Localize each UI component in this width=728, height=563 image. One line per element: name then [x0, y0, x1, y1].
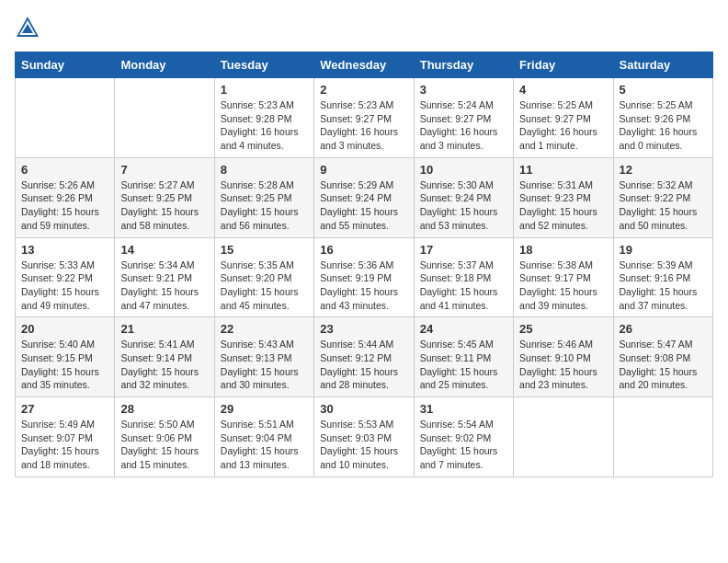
day-detail: Sunrise: 5:30 AM Sunset: 9:24 PM Dayligh…	[420, 178, 507, 233]
day-number: 14	[120, 243, 208, 257]
calendar-day-header: Wednesday	[314, 52, 414, 78]
calendar-cell: 30Sunrise: 5:53 AM Sunset: 9:03 PM Dayli…	[314, 397, 414, 477]
day-detail: Sunrise: 5:54 AM Sunset: 9:02 PM Dayligh…	[420, 418, 507, 472]
calendar-cell: 27Sunrise: 5:49 AM Sunset: 9:07 PM Dayli…	[16, 397, 115, 477]
day-number: 27	[21, 402, 108, 416]
day-detail: Sunrise: 5:49 AM Sunset: 9:07 PM Dayligh…	[21, 418, 108, 472]
calendar-cell	[514, 397, 613, 477]
calendar-day-header: Tuesday	[214, 52, 313, 78]
day-detail: Sunrise: 5:31 AM Sunset: 9:23 PM Dayligh…	[519, 178, 607, 233]
calendar-cell: 28Sunrise: 5:50 AM Sunset: 9:06 PM Dayli…	[115, 397, 214, 477]
calendar-cell: 10Sunrise: 5:30 AM Sunset: 9:24 PM Dayli…	[414, 157, 513, 237]
calendar-cell: 20Sunrise: 5:40 AM Sunset: 9:15 PM Dayli…	[16, 317, 115, 397]
day-number: 16	[320, 243, 407, 257]
day-detail: Sunrise: 5:53 AM Sunset: 9:03 PM Dayligh…	[320, 418, 407, 472]
day-number: 13	[21, 243, 108, 257]
calendar-cell: 18Sunrise: 5:38 AM Sunset: 9:17 PM Dayli…	[514, 237, 613, 317]
calendar-cell: 25Sunrise: 5:46 AM Sunset: 9:10 PM Dayli…	[514, 317, 613, 397]
day-number: 1	[221, 83, 308, 97]
day-number: 6	[21, 163, 108, 177]
calendar-cell: 23Sunrise: 5:44 AM Sunset: 9:12 PM Dayli…	[314, 317, 414, 397]
day-detail: Sunrise: 5:38 AM Sunset: 9:17 PM Dayligh…	[519, 259, 607, 313]
calendar-cell: 26Sunrise: 5:47 AM Sunset: 9:08 PM Dayli…	[613, 317, 712, 397]
calendar-cell	[613, 397, 712, 477]
calendar-cell: 3Sunrise: 5:24 AM Sunset: 9:27 PM Daylig…	[414, 78, 513, 158]
calendar-cell: 31Sunrise: 5:54 AM Sunset: 9:02 PM Dayli…	[414, 397, 513, 477]
calendar-header-row: SundayMondayTuesdayWednesdayThursdayFrid…	[16, 52, 713, 78]
day-number: 25	[519, 322, 607, 336]
day-detail: Sunrise: 5:23 AM Sunset: 9:28 PM Dayligh…	[221, 98, 308, 153]
day-detail: Sunrise: 5:51 AM Sunset: 9:04 PM Dayligh…	[221, 418, 308, 472]
day-number: 10	[420, 163, 507, 177]
day-detail: Sunrise: 5:37 AM Sunset: 9:18 PM Dayligh…	[420, 259, 507, 313]
calendar-cell: 4Sunrise: 5:25 AM Sunset: 9:27 PM Daylig…	[514, 78, 613, 158]
day-number: 26	[620, 322, 707, 336]
calendar-day-header: Thursday	[414, 52, 513, 78]
day-detail: Sunrise: 5:50 AM Sunset: 9:06 PM Dayligh…	[120, 418, 208, 472]
day-detail: Sunrise: 5:41 AM Sunset: 9:14 PM Dayligh…	[120, 338, 208, 392]
calendar-cell: 16Sunrise: 5:36 AM Sunset: 9:19 PM Dayli…	[314, 237, 414, 317]
day-number: 2	[320, 83, 407, 97]
day-detail: Sunrise: 5:25 AM Sunset: 9:26 PM Dayligh…	[620, 98, 707, 153]
day-number: 22	[221, 322, 308, 336]
day-number: 8	[221, 163, 308, 177]
day-detail: Sunrise: 5:32 AM Sunset: 9:22 PM Dayligh…	[620, 178, 707, 233]
day-number: 5	[620, 83, 707, 97]
calendar-cell: 29Sunrise: 5:51 AM Sunset: 9:04 PM Dayli…	[214, 397, 313, 477]
day-detail: Sunrise: 5:33 AM Sunset: 9:22 PM Dayligh…	[21, 259, 108, 313]
day-number: 29	[221, 402, 308, 416]
calendar-cell: 13Sunrise: 5:33 AM Sunset: 9:22 PM Dayli…	[16, 237, 115, 317]
day-number: 31	[420, 402, 507, 416]
day-detail: Sunrise: 5:44 AM Sunset: 9:12 PM Dayligh…	[320, 338, 407, 392]
calendar-cell: 6Sunrise: 5:26 AM Sunset: 9:26 PM Daylig…	[16, 157, 115, 237]
calendar-cell: 12Sunrise: 5:32 AM Sunset: 9:22 PM Dayli…	[613, 157, 712, 237]
calendar-cell: 14Sunrise: 5:34 AM Sunset: 9:21 PM Dayli…	[115, 237, 214, 317]
calendar-day-header: Monday	[115, 52, 214, 78]
logo	[15, 15, 44, 40]
calendar-cell: 1Sunrise: 5:23 AM Sunset: 9:28 PM Daylig…	[214, 78, 313, 158]
calendar-cell: 9Sunrise: 5:29 AM Sunset: 9:24 PM Daylig…	[314, 157, 414, 237]
day-detail: Sunrise: 5:39 AM Sunset: 9:16 PM Dayligh…	[620, 259, 707, 313]
day-number: 20	[21, 322, 108, 336]
calendar-cell: 24Sunrise: 5:45 AM Sunset: 9:11 PM Dayli…	[414, 317, 513, 397]
calendar-cell: 21Sunrise: 5:41 AM Sunset: 9:14 PM Dayli…	[115, 317, 214, 397]
calendar-week-row: 1Sunrise: 5:23 AM Sunset: 9:28 PM Daylig…	[16, 78, 713, 158]
day-number: 9	[320, 163, 407, 177]
day-number: 12	[620, 163, 707, 177]
page-header	[15, 15, 713, 40]
day-number: 19	[620, 243, 707, 257]
logo-icon	[15, 15, 40, 40]
day-number: 7	[120, 163, 208, 177]
day-detail: Sunrise: 5:43 AM Sunset: 9:13 PM Dayligh…	[221, 338, 308, 392]
calendar-table: SundayMondayTuesdayWednesdayThursdayFrid…	[15, 52, 713, 477]
calendar-cell: 8Sunrise: 5:28 AM Sunset: 9:25 PM Daylig…	[214, 157, 313, 237]
day-number: 4	[519, 83, 607, 97]
calendar-cell: 15Sunrise: 5:35 AM Sunset: 9:20 PM Dayli…	[214, 237, 313, 317]
calendar-cell: 19Sunrise: 5:39 AM Sunset: 9:16 PM Dayli…	[613, 237, 712, 317]
day-number: 23	[320, 322, 407, 336]
day-detail: Sunrise: 5:23 AM Sunset: 9:27 PM Dayligh…	[320, 98, 407, 153]
day-detail: Sunrise: 5:45 AM Sunset: 9:11 PM Dayligh…	[420, 338, 507, 392]
calendar-cell: 22Sunrise: 5:43 AM Sunset: 9:13 PM Dayli…	[214, 317, 313, 397]
calendar-cell: 7Sunrise: 5:27 AM Sunset: 9:25 PM Daylig…	[115, 157, 214, 237]
day-detail: Sunrise: 5:25 AM Sunset: 9:27 PM Dayligh…	[519, 98, 607, 153]
day-detail: Sunrise: 5:28 AM Sunset: 9:25 PM Dayligh…	[221, 178, 308, 233]
day-number: 11	[519, 163, 607, 177]
day-detail: Sunrise: 5:46 AM Sunset: 9:10 PM Dayligh…	[519, 338, 607, 392]
day-detail: Sunrise: 5:36 AM Sunset: 9:19 PM Dayligh…	[320, 259, 407, 313]
day-detail: Sunrise: 5:35 AM Sunset: 9:20 PM Dayligh…	[221, 259, 308, 313]
day-detail: Sunrise: 5:47 AM Sunset: 9:08 PM Dayligh…	[620, 338, 707, 392]
day-detail: Sunrise: 5:27 AM Sunset: 9:25 PM Dayligh…	[120, 178, 208, 233]
calendar-cell: 11Sunrise: 5:31 AM Sunset: 9:23 PM Dayli…	[514, 157, 613, 237]
calendar-day-header: Sunday	[16, 52, 115, 78]
day-number: 21	[120, 322, 208, 336]
calendar-day-header: Saturday	[613, 52, 712, 78]
calendar-cell: 5Sunrise: 5:25 AM Sunset: 9:26 PM Daylig…	[613, 78, 712, 158]
day-number: 3	[420, 83, 507, 97]
day-number: 18	[519, 243, 607, 257]
day-number: 24	[420, 322, 507, 336]
day-detail: Sunrise: 5:40 AM Sunset: 9:15 PM Dayligh…	[21, 338, 108, 392]
day-number: 15	[221, 243, 308, 257]
day-detail: Sunrise: 5:29 AM Sunset: 9:24 PM Dayligh…	[320, 178, 407, 233]
calendar-cell: 17Sunrise: 5:37 AM Sunset: 9:18 PM Dayli…	[414, 237, 513, 317]
